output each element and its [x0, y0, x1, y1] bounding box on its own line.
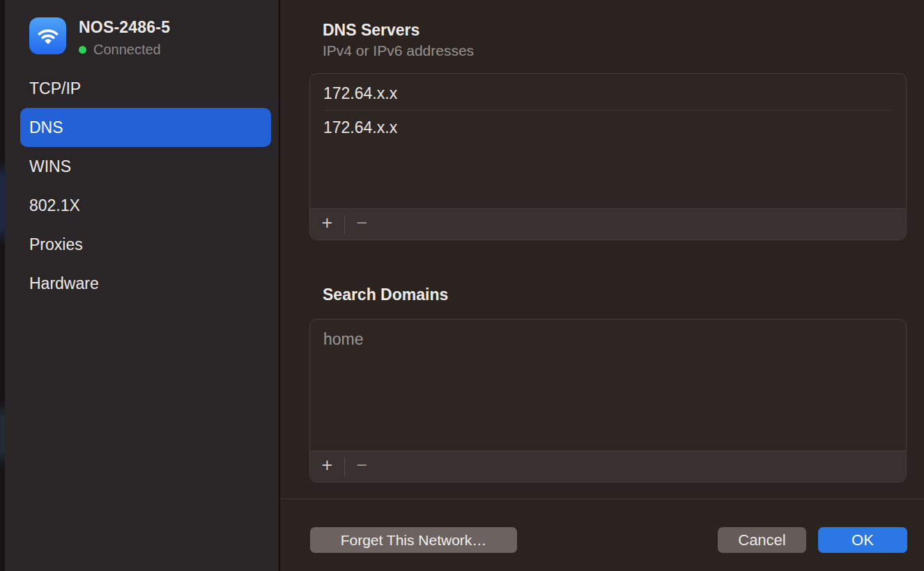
search-domains-list: home + −: [309, 319, 907, 483]
remove-search-domain-button[interactable]: −: [345, 451, 379, 482]
sidebar: NOS-2486-5 Connected TCP/IP DNS WINS 802…: [5, 0, 280, 571]
dns-servers-subtitle: IPv4 or IPv6 addresses: [323, 42, 474, 59]
dns-panel: DNS Servers IPv4 or IPv6 addresses 172.6…: [280, 0, 924, 571]
search-domains-toolbar: + −: [310, 451, 906, 482]
sidebar-item-proxies[interactable]: Proxies: [20, 225, 271, 264]
search-domain-entry[interactable]: home: [310, 322, 906, 356]
sidebar-item-8021x[interactable]: 802.1X: [20, 186, 271, 225]
network-status: Connected: [79, 42, 170, 58]
desktop-edge: [0, 0, 5, 571]
search-domains-title: Search Domains: [323, 286, 448, 304]
remove-dns-server-button[interactable]: −: [345, 209, 379, 240]
sidebar-nav: TCP/IP DNS WINS 802.1X Proxies Hardware: [20, 69, 271, 303]
dns-server-entry[interactable]: 172.64.x.x: [310, 77, 906, 110]
dns-servers-toolbar: + −: [310, 208, 906, 240]
add-search-domain-button[interactable]: +: [310, 451, 344, 482]
cancel-button[interactable]: Cancel: [718, 527, 806, 553]
network-name: NOS-2486-5: [79, 17, 170, 37]
network-meta: NOS-2486-5 Connected: [79, 17, 170, 58]
connected-status-label: Connected: [93, 42, 161, 58]
dns-servers-title: DNS Servers: [323, 21, 419, 40]
add-dns-server-button[interactable]: +: [310, 209, 344, 240]
ok-button[interactable]: OK: [818, 527, 907, 553]
footer-divider: [280, 499, 924, 499]
search-domains-rows: home: [310, 320, 906, 356]
dns-server-entry[interactable]: 172.64.x.x: [310, 111, 906, 144]
sidebar-item-dns[interactable]: DNS: [20, 108, 271, 147]
sidebar-item-tcpip[interactable]: TCP/IP: [20, 69, 271, 108]
forget-this-network-button[interactable]: Forget This Network…: [310, 527, 517, 553]
wifi-icon: [29, 17, 66, 54]
dns-servers-rows: 172.64.x.x 172.64.x.x: [310, 74, 906, 144]
sidebar-item-wins[interactable]: WINS: [20, 147, 271, 186]
sidebar-item-hardware[interactable]: Hardware: [20, 264, 271, 303]
network-details-window: NOS-2486-5 Connected TCP/IP DNS WINS 802…: [0, 0, 924, 571]
connected-status-dot: [79, 46, 86, 54]
dns-servers-list: 172.64.x.x 172.64.x.x + −: [309, 73, 907, 240]
network-header: NOS-2486-5 Connected: [29, 17, 170, 58]
